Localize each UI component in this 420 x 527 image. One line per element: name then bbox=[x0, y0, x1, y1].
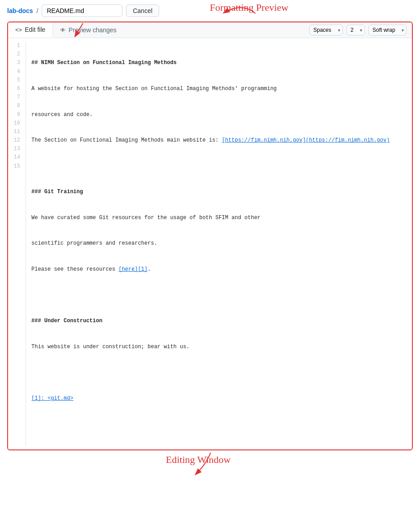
code-editor[interactable]: 12345 678910 1112131415 ## NIMH Section … bbox=[8, 38, 412, 449]
editor-container: <> Edit file 👁 Preview changes bbox=[7, 22, 413, 450]
code-line-3: resources and code. bbox=[31, 111, 412, 119]
code-line-11: ### Under Construction bbox=[31, 317, 412, 325]
filename-input[interactable] bbox=[42, 4, 122, 17]
path-slash: / bbox=[37, 7, 39, 14]
formatting-preview-label: Formatting Preview bbox=[210, 2, 288, 13]
spaces-select[interactable]: Spaces Tabs bbox=[309, 25, 343, 35]
code-line-4: The Section on Functional Imaging Method… bbox=[31, 136, 412, 145]
indent-select[interactable]: 2 4 bbox=[346, 25, 365, 35]
code-line-7: We have curated some Git resources for t… bbox=[31, 214, 412, 222]
tab-edit-label: Edit file bbox=[25, 26, 45, 33]
tab-preview-changes[interactable]: 👁 Preview changes bbox=[53, 23, 124, 37]
tab-preview-label: Preview changes bbox=[69, 26, 117, 34]
repo-link[interactable]: lab-docs bbox=[7, 7, 33, 14]
edit-file-icon: <> bbox=[15, 26, 22, 33]
preview-icon: 👁 bbox=[60, 27, 66, 34]
header-cancel-button[interactable]: Cancel bbox=[126, 4, 159, 17]
tab-edit-file[interactable]: <> Edit file bbox=[8, 22, 53, 38]
editing-window-label: Editing Window bbox=[166, 454, 231, 466]
code-line-9: Please see these resources [here][1]. bbox=[31, 265, 412, 274]
indent-select-wrapper: 2 4 bbox=[346, 25, 365, 35]
code-line-1: ## NIMH Section on Functional Imaging Me… bbox=[31, 59, 412, 67]
code-line-8: scientific programmers and researchers. bbox=[31, 239, 412, 248]
code-line-13 bbox=[31, 368, 412, 377]
code-line-6: ### Git Training bbox=[31, 188, 412, 196]
code-content[interactable]: ## NIMH Section on Functional Imaging Me… bbox=[31, 42, 412, 446]
code-line-14: [1]: <git.md> bbox=[31, 394, 412, 403]
softwrap-select-wrapper: Soft wrap No wrap bbox=[368, 25, 407, 35]
code-line-12: This website is under construction; bear… bbox=[31, 343, 412, 351]
editing-window-annotation-area: Editing Window bbox=[0, 450, 420, 486]
code-line-15 bbox=[31, 420, 412, 428]
code-line-5 bbox=[31, 162, 412, 171]
line-numbers: 12345 678910 1112131415 bbox=[8, 42, 26, 446]
code-line-10 bbox=[31, 291, 412, 299]
code-line-2: A website for hosting the Section on Fun… bbox=[31, 85, 412, 93]
spaces-select-wrapper: Spaces Tabs bbox=[309, 25, 343, 35]
editor-toolbar: <> Edit file 👁 Preview changes bbox=[8, 22, 412, 38]
editor-toolbar-right: Spaces Tabs 2 4 Soft wrap No wrap bbox=[309, 25, 412, 35]
empty-space bbox=[0, 486, 420, 527]
softwrap-select[interactable]: Soft wrap No wrap bbox=[368, 25, 407, 35]
